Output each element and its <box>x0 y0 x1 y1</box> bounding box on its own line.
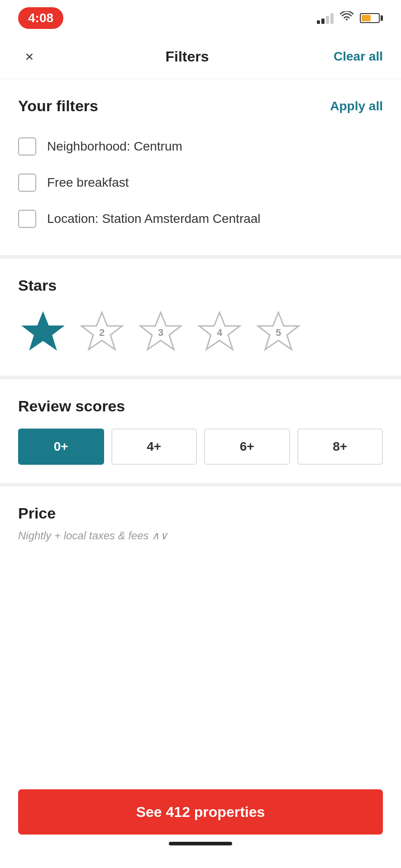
signal-icon <box>317 12 334 24</box>
stars-section: Stars 0+ 2 3 4 <box>0 259 401 379</box>
star-5[interactable]: 5 <box>253 308 303 358</box>
star-4-label: 4 <box>217 327 222 339</box>
star-4[interactable]: 4 <box>195 308 244 358</box>
your-filters-header: Your filters Apply all <box>18 97 383 115</box>
star-0plus-label: 0+ <box>37 327 48 339</box>
star-0plus[interactable]: 0+ <box>18 308 68 358</box>
apply-all-button[interactable]: Apply all <box>330 99 383 113</box>
close-button[interactable]: × <box>18 45 41 68</box>
star-2[interactable]: 2 <box>77 308 127 358</box>
battery-icon <box>360 13 383 23</box>
filter-breakfast[interactable]: Free breakfast <box>18 165 383 201</box>
see-properties-button[interactable]: See 412 properties <box>18 789 383 835</box>
price-title: Price <box>18 505 56 522</box>
price-subtitle: Nightly + local taxes & fees ∧∨ <box>18 529 383 542</box>
review-btn-4plus[interactable]: 4+ <box>111 429 197 465</box>
filter-location-label: Location: Station Amsterdam Centraal <box>47 212 261 226</box>
star-5-label: 5 <box>276 327 281 339</box>
status-time: 4:08 <box>18 7 63 29</box>
clear-all-button[interactable]: Clear all <box>334 49 383 64</box>
checkbox-breakfast[interactable] <box>18 174 36 192</box>
filter-location[interactable]: Location: Station Amsterdam Centraal <box>18 201 383 237</box>
checkbox-location[interactable] <box>18 210 36 228</box>
review-btn-6plus[interactable]: 6+ <box>204 429 290 465</box>
review-btn-0plus[interactable]: 0+ <box>18 429 104 465</box>
review-scores-grid: 0+ 4+ 6+ 8+ <box>18 429 383 465</box>
price-section: Price Nightly + local taxes & fees ∧∨ <box>0 486 401 556</box>
bottom-cta: See 412 properties <box>0 780 401 868</box>
review-btn-8plus[interactable]: 8+ <box>297 429 383 465</box>
status-icons <box>317 11 383 25</box>
star-2-label: 2 <box>99 327 105 339</box>
stars-title: Stars <box>18 277 57 294</box>
header-title: Filters <box>166 48 209 65</box>
stars-grid: 0+ 2 3 4 5 <box>18 308 383 358</box>
filter-neighborhood[interactable]: Neighborhood: Centrum <box>18 128 383 165</box>
your-filters-section: Your filters Apply all Neighborhood: Cen… <box>0 79 401 259</box>
star-3[interactable]: 3 <box>136 308 186 358</box>
close-icon: × <box>25 48 34 65</box>
filter-neighborhood-label: Neighborhood: Centrum <box>47 139 182 154</box>
checkbox-neighborhood[interactable] <box>18 137 36 156</box>
star-3-label: 3 <box>158 327 163 339</box>
home-indicator <box>169 842 232 845</box>
review-scores-section: Review scores 0+ 4+ 6+ 8+ <box>0 379 401 486</box>
filter-breakfast-label: Free breakfast <box>47 175 129 190</box>
your-filters-title: Your filters <box>18 97 98 115</box>
review-scores-title: Review scores <box>18 397 125 415</box>
wifi-icon <box>340 11 353 25</box>
status-bar: 4:08 <box>0 0 401 36</box>
filter-header: × Filters Clear all <box>0 36 401 79</box>
